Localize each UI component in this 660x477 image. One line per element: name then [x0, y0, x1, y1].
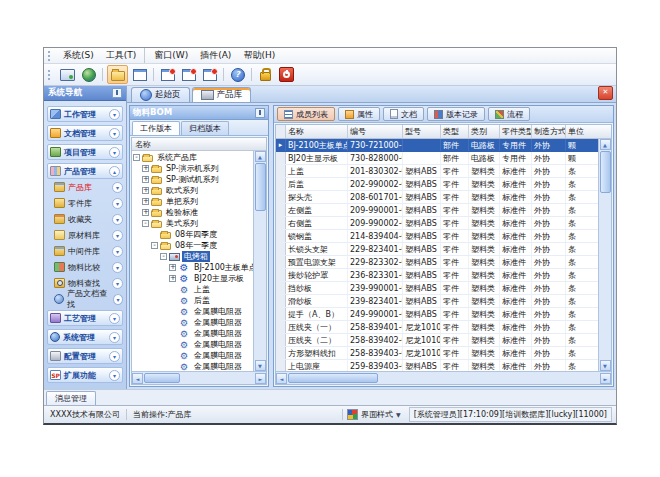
toolbar-button[interactable]: [130, 66, 149, 83]
tree-node[interactable]: 金属膜电阻器: [132, 339, 253, 350]
menu-item[interactable]: 窗口(W): [144, 48, 194, 63]
table-row[interactable]: 上盖 201-830302-00X 塑料ABS 零件 塑料类 标准件 外协 条: [276, 165, 598, 178]
toolbar-button[interactable]: [200, 66, 219, 83]
table-row[interactable]: 挡纱板 239-990001-01X 塑料ABS 零件 塑料类 标准件 外协 条: [276, 282, 598, 295]
sidebar-entry[interactable]: 产品文档查找: [47, 291, 123, 307]
tab-archived-version[interactable]: 归档版本: [181, 121, 229, 135]
column-header[interactable]: 类型: [441, 125, 469, 138]
detail-tab[interactable]: 成员列表: [277, 107, 335, 121]
sidebar-entry[interactable]: 中间件库: [47, 243, 123, 259]
detail-tab[interactable]: 流程: [488, 107, 530, 121]
toolbar-button[interactable]: [256, 66, 275, 83]
tree-node[interactable]: - 美式系列: [132, 218, 253, 229]
expander-icon[interactable]: -: [133, 154, 140, 161]
sidebar-entry[interactable]: 文档管理: [47, 125, 123, 141]
tree-node[interactable]: + 欧式系列: [132, 185, 253, 196]
tree-node[interactable]: + SP-演示机系列: [132, 163, 253, 174]
table-row[interactable]: 探头壳 208-601701-01X 塑料ABS 零件 塑料类 标准件 外协 条: [276, 191, 598, 204]
chevron-icon[interactable]: [112, 230, 123, 241]
document-tab[interactable]: 产品库: [192, 87, 252, 102]
tree-vertical-scrollbar[interactable]: ▲ ▼: [253, 151, 266, 371]
chevron-icon[interactable]: [109, 147, 120, 158]
sidebar-entry[interactable]: 物料比较: [47, 259, 123, 275]
table-row[interactable]: BJ-2100主板单点 730-721000-12X 部件 电路板 专用件 外协…: [276, 139, 598, 152]
column-header[interactable]: 零件类型: [500, 125, 532, 138]
table-row[interactable]: 提手（A、B） 249-990001-01X 塑料ABS 零件 塑料类 标准件 …: [276, 308, 598, 321]
sidebar-entry[interactable]: 产品管理: [47, 163, 123, 179]
chevron-icon[interactable]: [109, 166, 120, 177]
scroll-right-icon[interactable]: ►: [600, 373, 611, 384]
sidebar-entry[interactable]: 系统管理: [47, 329, 123, 345]
tree-node[interactable]: + SP-测试机系列: [132, 174, 253, 185]
detail-tab[interactable]: 版本记录: [427, 107, 485, 121]
tree-node[interactable]: + 检验标准: [132, 207, 253, 218]
scrollbar-thumb[interactable]: [144, 373, 180, 383]
tree-node[interactable]: + BJ-2100主板单点: [132, 262, 253, 273]
table-row[interactable]: 压线夹（二） 258-839402-00X 尼龙1010 零件 塑料类 标准件 …: [276, 334, 598, 347]
tree-node[interactable]: - 08年一季度: [132, 240, 253, 251]
scroll-down-icon[interactable]: ▼: [255, 360, 266, 371]
pushpin-icon[interactable]: [255, 108, 265, 118]
expander-icon[interactable]: +: [142, 176, 149, 183]
toolbar-button[interactable]: [277, 66, 296, 83]
expander-icon[interactable]: +: [142, 209, 149, 216]
document-tab[interactable]: 起始页: [131, 87, 190, 102]
table-row[interactable]: 压线夹（一） 258-839401-00X 尼龙1010 零件 塑料类 标准件 …: [276, 321, 598, 334]
sidebar-entry[interactable]: 零件库: [47, 195, 123, 211]
table-row[interactable]: 锁钢盖 214-839404-01X 塑料ABS 零件 塑料类 标准件 外协 条: [276, 230, 598, 243]
table-row[interactable]: 预置电源支架 229-823302-00X 塑料ABS 零件 塑料类 标准件 外…: [276, 256, 598, 269]
chevron-icon[interactable]: [109, 128, 120, 139]
table-row[interactable]: 右侧盖 209-990002-01X 塑料ABS 零件 塑料类 标准件 外协 条: [276, 217, 598, 230]
scroll-down-icon[interactable]: ▼: [600, 360, 611, 371]
chevron-icon[interactable]: [112, 198, 123, 209]
toolbar-button[interactable]: [179, 66, 198, 83]
tree-node[interactable]: 金属膜电阻器: [132, 350, 253, 361]
expander-icon[interactable]: -: [160, 253, 167, 260]
table-row[interactable]: 上电源座 259-839403-00X 塑料ABS 零件 塑料类 标准件 外协 …: [276, 360, 598, 371]
detail-tab[interactable]: 属性: [338, 107, 380, 121]
expander-icon[interactable]: +: [142, 198, 149, 205]
grid-vertical-scrollbar[interactable]: ▲ ▼: [598, 139, 611, 371]
column-header[interactable]: 制造方式: [532, 125, 566, 138]
chevron-icon[interactable]: [109, 332, 120, 343]
scroll-left-icon[interactable]: ◄: [132, 373, 143, 384]
scrollbar-thumb[interactable]: [255, 163, 266, 211]
tree-node[interactable]: 上盖: [132, 284, 253, 295]
sidebar-entry[interactable]: 工作管理: [47, 106, 123, 122]
table-row[interactable]: 方形塑料线扣 258-839403-00X 尼龙1010 零件 塑料类 标准件 …: [276, 347, 598, 360]
tree-horizontal-scrollbar[interactable]: ◄ ►: [132, 371, 266, 384]
tree-node[interactable]: 金属膜电阻器: [132, 317, 253, 328]
tree-column-header[interactable]: 名称: [132, 138, 266, 151]
tree-node[interactable]: + 单把系列: [132, 196, 253, 207]
column-header[interactable]: 类别: [469, 125, 500, 138]
sidebar-entry[interactable]: 项目管理: [47, 144, 123, 160]
table-row[interactable]: 长锁头支架 229-823401-00X 塑料ABS 零件 塑料类 标准件 外协…: [276, 243, 598, 256]
column-header[interactable]: 名称: [286, 125, 348, 138]
menu-item[interactable]: 工具(T): [100, 48, 143, 63]
sidebar-entry[interactable]: 原材料库: [47, 227, 123, 243]
tree-node[interactable]: 金属膜电阻器: [132, 306, 253, 317]
chevron-icon[interactable]: [112, 182, 123, 193]
column-header[interactable]: 单位: [566, 125, 590, 138]
sidebar-entry[interactable]: 产品库: [47, 179, 123, 195]
grid-horizontal-scrollbar[interactable]: ◄ ►: [276, 371, 611, 384]
tab-working-version[interactable]: 工作版本: [132, 121, 180, 135]
tree-node[interactable]: - 系统产品库: [132, 152, 253, 163]
tab-message-manager[interactable]: 消息管理: [46, 391, 96, 405]
table-row[interactable]: 左侧盖 209-990001-01X 塑料ABS 零件 塑料类 标准件 外协 条: [276, 204, 598, 217]
toolbar-button[interactable]: [158, 66, 177, 83]
scrollbar-thumb[interactable]: [600, 151, 611, 193]
chevron-icon[interactable]: [112, 262, 123, 273]
chevron-icon[interactable]: [109, 351, 120, 362]
toolbar-button[interactable]: [79, 66, 98, 83]
sidebar-entry[interactable]: 工艺管理: [47, 310, 123, 326]
table-row[interactable]: 后盖 202-990002-01X 塑料ABS 零件 塑料类 标准件 外协 条: [276, 178, 598, 191]
expander-icon[interactable]: +: [142, 165, 149, 172]
scroll-up-icon[interactable]: ▲: [255, 151, 266, 162]
chevron-icon[interactable]: [109, 370, 120, 381]
expander-icon[interactable]: +: [169, 275, 176, 282]
scroll-up-icon[interactable]: ▲: [600, 139, 611, 150]
toolbar-button[interactable]: [228, 66, 247, 83]
chevron-icon[interactable]: [109, 313, 120, 324]
detail-tab[interactable]: 文档: [383, 107, 424, 121]
